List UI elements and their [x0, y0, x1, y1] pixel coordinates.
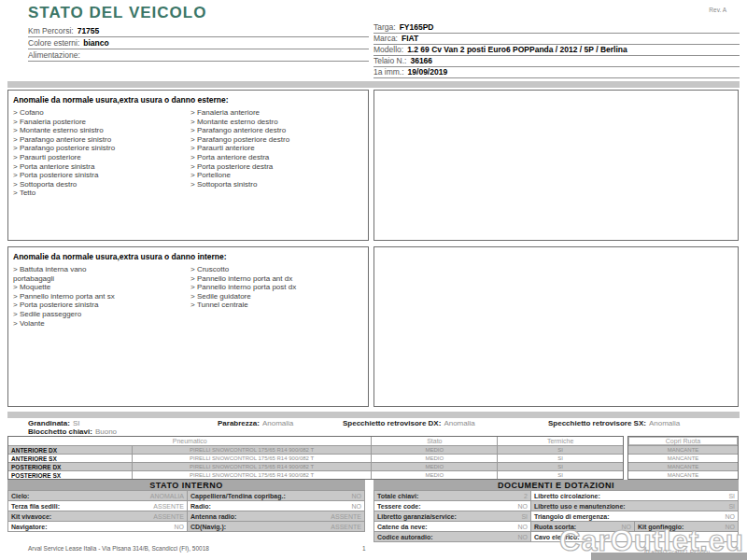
cell-label: Triangolo di emergenza:	[531, 513, 610, 520]
table-row: Codice autoradio: NO Cavo elettrico:	[374, 532, 738, 542]
condition-label: Grandinata:	[28, 419, 70, 427]
documenti-table: Totale chiavi: 2 Libretto circolazione: …	[374, 490, 739, 542]
copri-ruota-value: MANCANTE	[628, 445, 738, 454]
col-header-pneumatico: Pneumatico	[8, 437, 371, 445]
condition-label: Blocchetto chiavi:	[28, 427, 92, 436]
list-item: Cruscotto	[190, 265, 368, 274]
cell-label: Libretto garanzia/service:	[374, 513, 457, 520]
tyre-spec: PIRELLI SNOWCONTROL 175/65 R14 900/082 T	[132, 455, 372, 462]
col-header-copri-ruota: Copri Ruota	[628, 437, 738, 445]
field-label: Colore esterni:	[28, 38, 79, 48]
list-item: Tetto	[13, 189, 190, 198]
cell-radio: Radio: NO	[187, 501, 364, 511]
condition-value: Anomalia	[444, 419, 474, 427]
cell-label: CD(Navig.):	[188, 524, 226, 530]
tyre-stato: MEDIO	[371, 471, 497, 479]
list-item: Sottoporta sinistro	[190, 180, 368, 189]
list-item: Sottoporta destro	[13, 180, 190, 189]
cell-totale-chiavi: Totale chiavi: 2	[374, 491, 530, 500]
anomalie-interne-photo-box	[374, 246, 739, 407]
tyre-spec: PIRELLI SNOWCONTROL 175/65 R14 900/082 T	[132, 446, 372, 454]
field-colore-esterni: Colore esterni: bianco	[28, 37, 369, 49]
field-alimentazione: Alimentazione:	[28, 49, 369, 62]
cell-value: NO	[175, 524, 188, 530]
field-telaio: Telaio N.: 36166	[374, 56, 740, 67]
tyre-position: POSTERIORE DX	[8, 463, 132, 470]
list-item: Montante esterno destro	[190, 118, 368, 127]
list-item: Paraurti anteriore	[190, 144, 368, 153]
divider-band	[7, 81, 740, 88]
cell-label: Navigatore:	[8, 524, 48, 530]
cell-label: Cappelliera/Tendina copribag.:	[188, 493, 286, 499]
tyre-row-posteriore-dx: POSTERIORE DX PIRELLI SNOWCONTROL 175/65…	[8, 462, 623, 470]
list-item: Parafango anteriore destro	[190, 126, 368, 135]
table-row: Tessere code: NO Libretto uso e manutenz…	[374, 501, 738, 511]
field-marca: Marca: FIAT	[374, 34, 740, 45]
cell-label: Kit vivavoce:	[8, 513, 51, 520]
tyre-spec: PIRELLI SNOWCONTROL 175/65 R14 900/082 T	[132, 463, 372, 470]
list-item: Sedile passeggero	[13, 310, 190, 319]
anomalie-esterne-list: Cofano Fanaleria posteriore Montante est…	[8, 105, 368, 198]
field-label: Km Percorsi:	[28, 26, 74, 35]
footer-page-number: 1	[362, 545, 366, 552]
field-value: FIAT	[402, 34, 418, 43]
tyre-table: Pneumatico Stato Termiche ANTERIORE DX P…	[7, 436, 624, 480]
cell-value: NO	[726, 524, 739, 530]
revision-label: Rev. A	[709, 7, 726, 13]
tyre-table-header: Pneumatico Stato Termiche	[8, 437, 623, 445]
tyre-termiche: SI	[497, 455, 623, 462]
cell-libretto-uso: Libretto uso e manutenzione: SI	[530, 501, 738, 511]
list-item: Paraurti posteriore	[13, 153, 190, 162]
copri-ruota-value: MANCANTE	[628, 462, 738, 470]
tyre-termiche: SI	[497, 463, 623, 470]
anomalie-esterne-title: Anomalie da normale usura,extra usura o …	[8, 91, 368, 105]
cell-triangolo: Triangolo di emergenza: NO	[530, 511, 738, 521]
cell-terza-fila: Terza fila sedili: ASSENTE	[8, 501, 187, 511]
cell-tessere-code: Tessere code: NO	[374, 501, 530, 511]
list-item: Portellone	[190, 171, 368, 180]
footer-doc-id: ID:afNsO.2caf1c1,Fv:66cu	[644, 549, 710, 554]
field-label: Modello:	[374, 45, 403, 54]
field-km-percorsi: Km Percorsi: 71755	[28, 25, 369, 37]
cell-value: NO	[726, 513, 739, 520]
list-item: Montante esterno sinistro	[13, 126, 190, 135]
list-item: Pannello interno porta ant dx	[190, 274, 368, 284]
condition-value: Anomalia	[262, 419, 293, 427]
list-item: Sedile guidatore	[190, 292, 368, 301]
list-item: Porta anteriore destra	[190, 153, 368, 162]
condition-blocchetto-chiavi: Blocchetto chiavi:Buono	[28, 427, 117, 436]
stato-interno-header: STATO INTERNO	[7, 480, 365, 490]
cell-kit-vivavoce: Kit vivavoce: ASSENTE	[8, 511, 187, 521]
tyre-position: ANTERIORE DX	[8, 446, 132, 454]
anomalie-interne-box: Anomalie da normale usura,extra usura o …	[7, 246, 369, 407]
documenti-header: DOCUMENTI E DOTAZIONI	[374, 480, 739, 490]
list-item: Porta posteriore destra	[190, 162, 368, 172]
field-label: Telaio N.:	[374, 56, 406, 65]
cell-value: ANOMALIA	[150, 493, 187, 499]
cell-label: Terza fila sedili:	[8, 503, 60, 510]
field-value: bianco	[83, 38, 108, 48]
cell-catene-neve: Catene da neve: NO	[374, 522, 530, 531]
cell-ruota-scorta: Ruota scorta: NO	[530, 522, 634, 531]
condition-specchietto-dx: Specchietto retrovisore DX:Anomalia	[343, 419, 475, 427]
cell-value: 2	[524, 493, 530, 499]
cell-label: Radio:	[188, 503, 211, 510]
tyre-termiche: SI	[497, 471, 623, 479]
condition-value: Anomalia	[649, 419, 680, 427]
cell-value: SI	[728, 503, 738, 510]
cell-value: NO	[518, 534, 531, 540]
field-prima-imm: 1a imm.: 19/09/2019	[374, 67, 740, 78]
field-modello: Modello: 1.2 69 Cv Van 2 posti Euro6 POP…	[374, 45, 740, 56]
list-item: Fanaleria anteriore	[190, 108, 368, 118]
anomalie-interne-col2: Cruscotto Pannello interno porta ant dx …	[190, 265, 368, 328]
cell-value: ASSENTE	[153, 503, 187, 510]
condition-value: SI	[73, 419, 80, 427]
anomalie-esterne-photo-box	[374, 90, 739, 241]
field-label: 1a imm.:	[374, 67, 404, 77]
table-row: Libretto garanzia/service: SI Triangolo …	[374, 511, 738, 522]
tyre-row-anteriore-dx: ANTERIORE DX PIRELLI SNOWCONTROL 175/65 …	[8, 445, 623, 454]
cell-antenna-radio: Antenna radio: ASSENTE	[187, 511, 364, 521]
cell-value: SI	[521, 513, 530, 520]
anomalie-interne-list: Battuta interna vano portabagagli Moquet…	[8, 261, 368, 328]
col-header-stato: Stato	[371, 437, 497, 445]
